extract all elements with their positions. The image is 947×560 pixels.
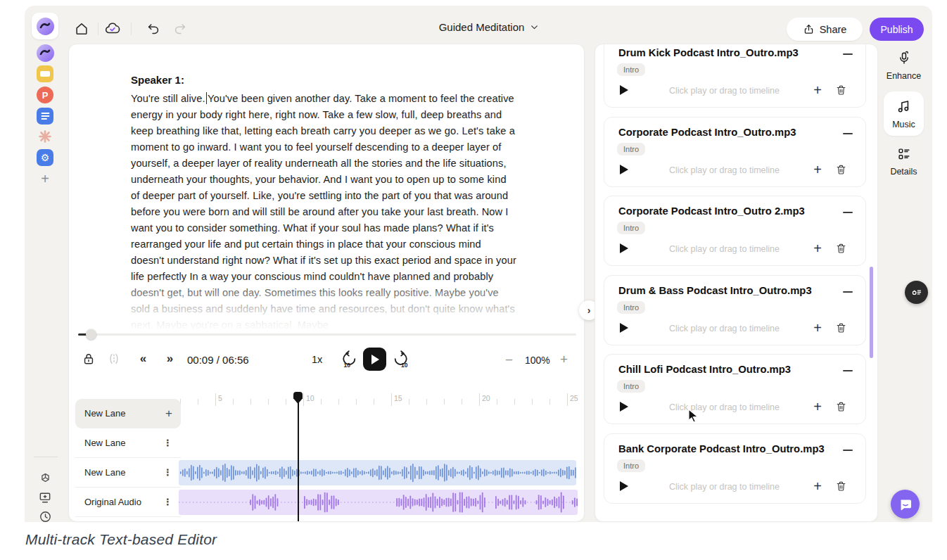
playhead-line[interactable] <box>298 393 299 522</box>
collapse-card-button[interactable] <box>843 212 853 213</box>
double-chevron-right-icon: » <box>167 352 172 366</box>
add-lane-button[interactable]: + <box>165 407 172 419</box>
redo-button[interactable] <box>171 20 189 38</box>
music-card-title: Corporate Podcast Intro_Outro.mp3 <box>618 127 796 138</box>
delete-track-button[interactable] <box>835 84 847 99</box>
launcher-divider <box>34 457 58 457</box>
skip-forward-button[interactable]: » <box>162 352 177 366</box>
lane-menu-button[interactable]: ⋮ <box>163 438 172 447</box>
publish-label: Publish <box>881 24 913 35</box>
voice-notes-button[interactable] <box>905 281 928 304</box>
lane-row[interactable]: New Lane + <box>75 399 181 428</box>
app-logo-active[interactable] <box>32 13 58 39</box>
transcript-text[interactable]: You're still alive.You've been given ano… <box>131 91 516 330</box>
app-logo-icon <box>37 44 54 62</box>
split-clip-button[interactable] <box>106 350 122 367</box>
card-play-button[interactable] <box>620 323 628 333</box>
collapse-card-button[interactable] <box>843 53 853 55</box>
music-panel-scrollbar[interactable] <box>870 267 873 358</box>
card-play-button[interactable] <box>620 85 628 95</box>
music-card[interactable]: Drum & Bass Podcast Intro_Outro.mp3 Intr… <box>604 275 866 345</box>
playback-speed-button[interactable]: 1x <box>312 354 322 365</box>
card-play-button[interactable] <box>620 402 628 412</box>
home-button[interactable] <box>72 20 91 38</box>
playback-progress-bar[interactable] <box>78 333 576 336</box>
editor-card: Speaker 1: You're still alive.You've bee… <box>68 44 585 522</box>
history-clock-icon[interactable] <box>32 503 58 530</box>
forward-10-button[interactable]: 10 <box>390 348 411 369</box>
clock-icon <box>39 510 52 523</box>
delete-track-button[interactable] <box>835 400 847 416</box>
help-chat-button[interactable] <box>891 490 920 518</box>
home-icon <box>74 21 89 37</box>
drag-hint-text: Click play or drag to timeline <box>647 324 802 333</box>
lane-header-list: New Lane + New Lane ⋮ New Lane ⋮ Origina… <box>75 399 181 517</box>
speaker-label: Speaker 1: <box>131 74 184 86</box>
share-button[interactable]: Share <box>787 18 863 41</box>
sync-status-button[interactable] <box>103 20 122 38</box>
monitor-icon <box>38 490 52 504</box>
delete-track-button[interactable] <box>835 163 847 179</box>
card-play-button[interactable] <box>620 481 628 491</box>
intro-tag-badge: Intro <box>617 63 645 76</box>
collapse-card-button[interactable] <box>843 450 853 451</box>
delete-track-button[interactable] <box>835 480 847 495</box>
play-icon <box>371 355 379 364</box>
music-track-waveform[interactable] <box>179 460 576 485</box>
music-card[interactable]: Corporate Podcast Intro_Outro.mp3 Intro … <box>604 117 866 187</box>
rewind-10-button[interactable]: 10 <box>338 348 360 369</box>
add-to-timeline-button[interactable]: + <box>813 479 822 493</box>
music-card[interactable]: Corporate Podcast Intro_Outro 2.mp3 Intr… <box>604 196 866 266</box>
trash-icon <box>835 242 847 255</box>
music-panel: Drum Kick Podcast Intro_Outro.mp3 Intro … <box>595 44 878 522</box>
add-to-timeline-button[interactable]: + <box>813 241 822 255</box>
collapse-card-button[interactable] <box>843 291 853 293</box>
music-card-title: Drum & Bass Podcast Intro_Outro.mp3 <box>618 285 812 296</box>
project-title-dropdown[interactable]: Guided Meditation <box>422 21 556 33</box>
music-note-icon <box>896 98 912 115</box>
add-to-timeline-button[interactable]: + <box>813 400 822 414</box>
lane-row[interactable]: New Lane ⋮ <box>75 428 181 458</box>
tab-details[interactable]: Details <box>884 146 924 177</box>
music-card[interactable]: Drum Kick Podcast Intro_Outro.mp3 Intro … <box>604 44 866 108</box>
zoom-out-button[interactable]: − <box>505 353 513 367</box>
cloud-check-icon <box>104 20 121 37</box>
playhead-handle[interactable] <box>293 392 303 404</box>
add-to-timeline-button[interactable]: + <box>813 163 822 177</box>
undo-button[interactable] <box>144 20 163 38</box>
chevron-right-icon: › <box>587 305 591 316</box>
music-card[interactable]: Chill Lofi Podcast Intro_Outro.mp3 Intro… <box>604 354 866 424</box>
enhance-mic-icon <box>896 51 912 66</box>
delete-track-button[interactable] <box>835 242 847 257</box>
lane-row[interactable]: Original Audio ⋮ <box>75 488 181 517</box>
tab-enhance[interactable]: Enhance <box>884 51 924 81</box>
add-to-timeline-button[interactable]: + <box>813 321 822 335</box>
voice-list-icon <box>910 286 922 298</box>
collapse-card-button[interactable] <box>843 133 853 134</box>
delete-track-button[interactable] <box>835 322 847 337</box>
music-card-title: Corporate Podcast Intro_Outro 2.mp3 <box>618 205 805 217</box>
starburst-icon <box>38 129 52 144</box>
collapse-card-button[interactable] <box>843 370 853 371</box>
lane-row[interactable]: New Lane ⋮ <box>75 458 181 488</box>
music-card[interactable]: Bank Corporate Podcast Intro_Outro.mp3 I… <box>604 433 866 504</box>
intro-tag-badge: Intro <box>617 380 645 393</box>
card-play-button[interactable] <box>620 165 628 174</box>
lane-menu-button[interactable]: ⋮ <box>163 468 172 477</box>
topbar-separator <box>98 23 98 35</box>
publish-button[interactable]: Publish <box>870 18 924 41</box>
skip-back-button[interactable]: « <box>135 352 151 366</box>
zoom-in-button[interactable]: + <box>560 352 568 366</box>
add-app-button[interactable]: + <box>32 165 58 192</box>
voice-track-waveform[interactable] <box>179 490 578 515</box>
lane-menu-button[interactable]: ⋮ <box>163 497 172 507</box>
card-play-button[interactable] <box>620 243 628 253</box>
lock-button[interactable] <box>80 350 97 367</box>
play-button[interactable] <box>363 348 386 371</box>
add-to-timeline-button[interactable]: + <box>813 83 822 97</box>
playback-progress-handle[interactable] <box>86 329 96 340</box>
tab-music[interactable]: Music <box>884 91 924 136</box>
project-title: Guided Meditation <box>439 21 525 33</box>
lock-icon <box>82 352 96 366</box>
notes-icon <box>37 65 53 82</box>
